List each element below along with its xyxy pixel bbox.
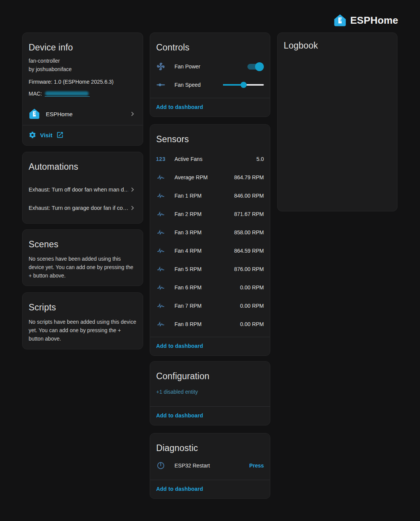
fan-power-row[interactable]: Fan Power (150, 57, 270, 76)
sensor-name: Fan 5 RPM (174, 266, 202, 272)
sensor-name: Active Fans (174, 156, 202, 162)
logbook-title: Logbook (278, 33, 397, 51)
automations-card: Automations Exhaust: Turn off door fan w… (22, 152, 143, 224)
slider-icon (156, 80, 165, 89)
pulse-icon (156, 191, 165, 200)
add-to-dashboard-link[interactable]: Add to dashboard (156, 104, 203, 110)
sensors-title: Sensors (150, 125, 270, 144)
esphome-logo-icon (29, 108, 40, 120)
sensor-value: 0.00 RPM (240, 303, 264, 309)
sensor-name: Fan 7 RPM (174, 303, 202, 309)
scripts-empty-text: No scripts have been added using this de… (29, 318, 137, 343)
device-name: fan-controller (29, 57, 137, 65)
disabled-entities-link[interactable]: +1 disabled entity (156, 389, 264, 395)
controls-card: Controls Fan Power (150, 32, 270, 117)
sensor-name: Fan 4 RPM (174, 248, 202, 254)
sensor-row[interactable]: Fan 7 RPM 0.00 RPM (150, 297, 270, 315)
esphome-logo-icon (333, 14, 347, 27)
fan-speed-row[interactable]: Fan Speed (150, 76, 270, 94)
mac-label: MAC: (29, 89, 42, 98)
sensor-name: Fan 1 RPM (174, 193, 202, 199)
diagnostic-title: Diagnostic (150, 433, 270, 453)
device-page: ESPHome Device info fan-controller by jo… (0, 0, 420, 521)
restart-row[interactable]: ESP32 Restart Press (150, 456, 270, 475)
sensor-name: Fan 2 RPM (174, 211, 202, 217)
configuration-title: Configuration (150, 362, 270, 381)
pulse-icon (156, 173, 165, 182)
fan-power-label: Fan Power (174, 63, 200, 70)
chevron-right-icon (128, 185, 137, 194)
pulse-icon (156, 246, 165, 255)
add-to-dashboard-link[interactable]: Add to dashboard (156, 486, 203, 492)
sensor-row[interactable]: Fan 6 RPM 0.00 RPM (150, 278, 270, 297)
automation-row[interactable]: Exhaust: Turn off door fan when man d… (23, 180, 143, 199)
sensor-value: 846.00 RPM (234, 193, 264, 199)
firmware-version: Firmware: 1.0 (ESPHome 2025.6.3) (29, 78, 137, 86)
scripts-card: Scripts No scripts have been added using… (22, 292, 143, 349)
restart-label: ESP32 Restart (174, 463, 210, 469)
pulse-icon (156, 283, 165, 292)
press-button[interactable]: Press (249, 463, 264, 469)
power-restart-icon (156, 461, 165, 470)
visit-link[interactable]: Visit (40, 132, 52, 138)
sensor-name: Fan 8 RPM (174, 321, 202, 327)
fan-power-toggle[interactable] (247, 64, 263, 70)
device-info-title: Device info (23, 33, 143, 53)
chevron-right-icon (128, 110, 137, 118)
scripts-title: Scripts (23, 293, 143, 313)
pulse-icon (156, 209, 165, 219)
esphome-brand: ESPHome (333, 14, 398, 27)
sensor-value: 0.00 RPM (240, 284, 264, 291)
integration-row-esphome[interactable]: ESPHome (23, 103, 143, 125)
scenes-card: Scenes No scenes have been added using t… (22, 229, 143, 286)
pulse-icon (156, 320, 165, 329)
mac-address-redacted[interactable] (45, 91, 90, 97)
sensor-row[interactable]: Fan 3 RPM 858.00 RPM (150, 223, 270, 242)
pulse-icon (156, 265, 165, 274)
fan-speed-slider[interactable] (223, 82, 264, 88)
sensor-value: 871.67 RPM (234, 211, 264, 217)
fan-icon (156, 62, 165, 71)
automation-label: Exhaust: Turn on garage door fan if co… (29, 205, 128, 211)
add-to-dashboard-link[interactable]: Add to dashboard (156, 412, 203, 419)
sensor-value: 0.00 RPM (240, 321, 264, 327)
chevron-right-icon (128, 204, 137, 212)
logbook-card: Logbook (277, 32, 397, 211)
gear-icon (29, 131, 36, 139)
controls-title: Controls (150, 33, 270, 53)
sensors-card: Sensors 123 Active Fans 5.0 Average RPM … (150, 124, 270, 356)
sensor-row[interactable]: 123 Active Fans 5.0 (150, 150, 270, 168)
integration-name: ESPHome (46, 111, 73, 117)
automation-label: Exhaust: Turn off door fan when man d… (29, 187, 128, 193)
device-info-card: Device info fan-controller by joshuaboni… (22, 32, 143, 146)
sensor-value: 864.79 RPM (234, 174, 264, 180)
sensor-value: 864.59 RPM (234, 248, 264, 254)
sensor-name: Fan 3 RPM (174, 229, 202, 235)
configuration-card: Configuration +1 disabled entity Add to … (150, 361, 270, 425)
sensor-row[interactable]: Fan 8 RPM 0.00 RPM (150, 315, 270, 333)
diagnostic-card: Diagnostic ESP32 Restart Press (150, 433, 270, 499)
pulse-icon (156, 301, 165, 310)
sensor-value: 858.00 RPM (234, 229, 264, 235)
sensor-row[interactable]: Fan 2 RPM 871.67 RPM (150, 205, 270, 223)
automation-row[interactable]: Exhaust: Turn on garage door fan if co… (23, 199, 143, 217)
brand-title: ESPHome (350, 15, 398, 26)
open-in-new-icon[interactable] (56, 131, 64, 139)
sensor-value: 5.0 (257, 156, 264, 162)
device-author: by joshuaboniface (29, 65, 137, 73)
pulse-icon (156, 228, 165, 237)
sensor-row[interactable]: Average RPM 864.79 RPM (150, 168, 270, 187)
numeric-123-icon: 123 (156, 154, 165, 164)
scenes-title: Scenes (23, 230, 143, 250)
sensor-value: 876.00 RPM (234, 266, 264, 272)
sensor-name: Fan 6 RPM (174, 284, 202, 291)
automations-title: Automations (23, 152, 143, 172)
sensor-name: Average RPM (174, 174, 208, 180)
sensor-row[interactable]: Fan 5 RPM 876.00 RPM (150, 260, 270, 278)
sensor-row[interactable]: Fan 4 RPM 864.59 RPM (150, 242, 270, 260)
sensor-row[interactable]: Fan 1 RPM 846.00 RPM (150, 187, 270, 205)
fan-speed-label: Fan Speed (174, 82, 201, 88)
scenes-empty-text: No scenes have been added using this dev… (29, 255, 137, 280)
add-to-dashboard-link[interactable]: Add to dashboard (156, 343, 203, 349)
